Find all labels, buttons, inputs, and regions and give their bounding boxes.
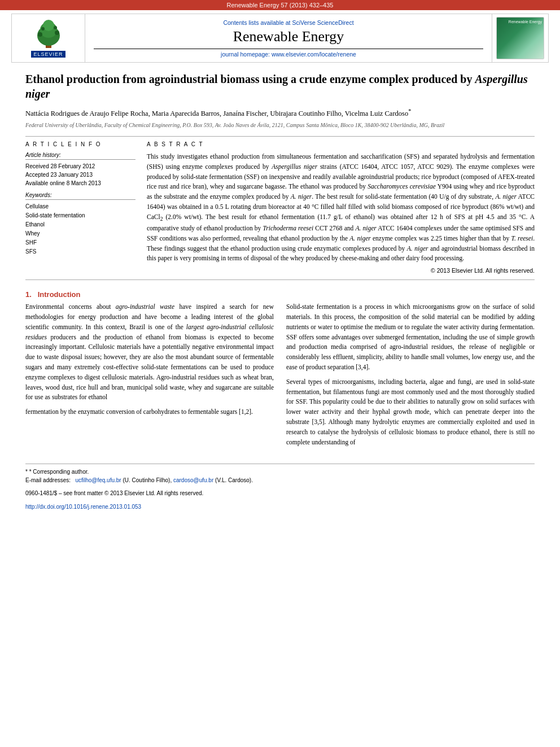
intro-right-col: Solid-state fermentation is a process in…	[286, 302, 535, 452]
keyword-sfs: SFS	[25, 247, 135, 256]
intro-para-2: fermentation by the enzymatic conversion…	[25, 407, 274, 417]
introduction-body: Environmental concerns about agro-indust…	[25, 302, 535, 452]
journal-homepage[interactable]: journal homepage: www.elsevier.com/locat…	[221, 51, 356, 58]
history-label: Article history:	[25, 152, 135, 160]
keyword-cellulase: Cellulase	[25, 202, 135, 211]
intro-left-col: Environmental concerns about agro-indust…	[25, 302, 274, 452]
article-info-label: A R T I C L E I N F O	[25, 141, 135, 147]
corresponding-author-note: * * Corresponding author.	[25, 468, 535, 476]
email-footnote: E-mail addresses: ucfilho@feq.ufu.br (U.…	[25, 476, 535, 484]
svg-point-4	[38, 32, 42, 37]
issn-text: 0960-1481/$ – see front matter © 2013 El…	[25, 490, 203, 496]
svg-point-6	[41, 27, 45, 30]
corresponding-label: * Corresponding author.	[29, 469, 89, 475]
introduction-section: 1. Introduction Environmental concerns a…	[25, 290, 535, 452]
journal-thumbnail: Renewable Energy	[496, 17, 544, 59]
header-body-divider	[25, 136, 535, 137]
keyword-whey: Whey	[25, 229, 135, 238]
doi-link[interactable]: http://dx.doi.org/10.1016/j.renene.2013.…	[25, 504, 141, 510]
journal-citation-text: Renewable Energy 57 (2013) 432–435	[227, 2, 334, 8]
email-1[interactable]: ucfilho@feq.ufu.br	[75, 477, 121, 483]
email-2[interactable]: cardoso@ufu.br	[173, 477, 213, 483]
header-divider	[94, 49, 483, 49]
journal-header-center: Contents lists available at SciVerse Sci…	[85, 14, 492, 62]
journal-cover-image: Renewable Energy	[496, 17, 544, 59]
article-info-column: A R T I C L E I N F O Article history: R…	[25, 141, 135, 274]
authors-line: Nattácia Rodrigues de Araujo Felipe Roch…	[25, 107, 535, 119]
svg-point-7	[54, 26, 57, 29]
email-label: E-mail addresses:	[25, 477, 71, 483]
authors-text: Nattácia Rodrigues de Araujo Felipe Roch…	[25, 110, 408, 117]
article-title-text: Ethanol production from agroindustrial b…	[25, 73, 528, 100]
keywords-label: Keywords:	[25, 192, 135, 200]
svg-point-5	[55, 30, 59, 35]
email-2-name: (V.L. Cardoso).	[215, 477, 253, 483]
keywords-block: Keywords: Cellulase Solid-state fermenta…	[25, 192, 135, 256]
elsevier-logo: ELSEVIER	[29, 19, 68, 58]
abstract-text: This study investigates ethanol producti…	[147, 152, 535, 264]
article-history-block: Article history: Received 28 February 20…	[25, 152, 135, 187]
elsevier-text: ELSEVIER	[31, 51, 65, 58]
keyword-ethanol: Ethanol	[25, 220, 135, 229]
doi-line: http://dx.doi.org/10.1016/j.renene.2013.…	[25, 503, 535, 512]
email-1-name: (U. Coutinho Filho),	[123, 477, 173, 483]
homepage-label: journal homepage:	[221, 51, 272, 58]
intro-para-3: Solid-state fermentation is a process in…	[286, 302, 535, 373]
elsevier-logo-area: ELSEVIER	[12, 14, 85, 62]
keyword-shf: SHF	[25, 238, 135, 247]
accepted-date: Accepted 23 January 2013	[25, 171, 135, 179]
journal-citation-bar: Renewable Energy 57 (2013) 432–435	[0, 0, 560, 10]
sciverse-link[interactable]: Contents lists available at SciVerse Sci…	[223, 19, 353, 26]
affiliation-text: Federal University of Uberlândia, Facult…	[25, 121, 535, 129]
issn-line: 0960-1481/$ – see front matter © 2013 El…	[25, 489, 535, 498]
article-title: Ethanol production from agroindustrial b…	[25, 72, 535, 101]
copyright-text: © 2013 Elsevier Ltd. All rights reserved…	[147, 267, 535, 274]
section-number: 1.	[25, 290, 32, 299]
received-date: Received 28 February 2012	[25, 162, 135, 171]
svg-point-3	[43, 20, 54, 31]
abstract-label: A B S T R A C T	[147, 141, 535, 147]
abstract-body-divider	[25, 279, 535, 280]
intro-para-4: Several types of microorganisms, includi…	[286, 377, 535, 448]
page-footer: * * Corresponding author. E-mail address…	[25, 464, 535, 512]
intro-para-1: Environmental concerns about agro-indust…	[25, 302, 274, 403]
journal-cover-text: Renewable Energy	[509, 19, 542, 24]
corresponding-star: *	[408, 108, 411, 114]
journal-title: Renewable Energy	[233, 28, 344, 45]
introduction-heading: 1. Introduction	[25, 290, 535, 299]
main-content: Ethanol production from agroindustrial b…	[0, 66, 560, 523]
journal-thumbnail-area: Renewable Energy	[492, 14, 548, 62]
homepage-url: www.elsevier.com/locate/renene	[272, 51, 356, 58]
abstract-column: A B S T R A C T This study investigates …	[147, 141, 535, 274]
sciverse-name: SciVerse ScienceDirect	[292, 19, 353, 26]
star-symbol: *	[25, 469, 29, 475]
info-abstract-section: A R T I C L E I N F O Article history: R…	[25, 141, 535, 274]
section-title: Introduction	[38, 290, 81, 299]
available-date: Available online 8 March 2013	[25, 179, 135, 187]
keyword-ssf: Solid-state fermentation	[25, 211, 135, 220]
elsevier-tree-icon	[29, 19, 68, 50]
journal-header: ELSEVIER Contents lists available at Sci…	[11, 14, 549, 63]
sciverse-prefix: Contents lists available at	[223, 19, 292, 26]
